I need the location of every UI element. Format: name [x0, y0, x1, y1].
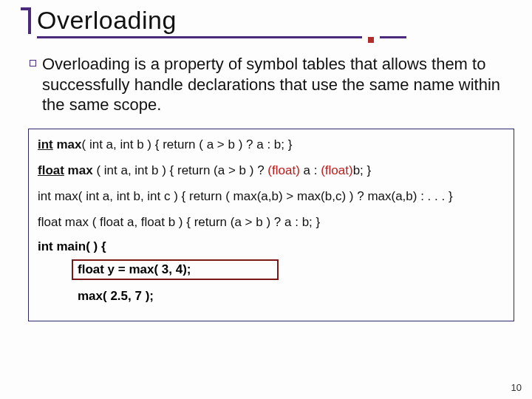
title-underline	[37, 36, 517, 39]
page-number: 10	[511, 382, 522, 393]
stmt-row-1: float y = max( 3, 4);	[78, 262, 505, 284]
title-block: Overloading	[21, 6, 517, 39]
code-fn-name: max	[64, 163, 96, 177]
code-line-2: float max ( int a, int b ) { return (a >…	[38, 163, 505, 178]
code-ret-type: float	[38, 163, 64, 177]
code-box: int max( int a, int b ) { return ( a > b…	[28, 129, 514, 321]
stmt-2: max( 2.5, 7 );	[78, 289, 154, 303]
main-body: float y = max( 3, 4); max( 2.5, 7 );	[38, 262, 505, 310]
code-ret-type: int	[38, 137, 53, 151]
code-cast: (float)	[321, 163, 352, 177]
slide-body: Overloading is a property of symbol tabl…	[21, 54, 517, 321]
code-seg: a :	[300, 163, 321, 177]
code-seg: b; }	[353, 163, 372, 177]
code-line-4: float max ( float a, float b ) { return …	[38, 214, 505, 230]
code-rest: ( int a, int b ) { return ( a > b ) ? a …	[82, 137, 293, 151]
square-bullet-icon	[30, 60, 36, 66]
stmt-1: float y = max( 3, 4);	[78, 262, 191, 276]
code-cast: (float)	[267, 163, 299, 177]
code-line-1: int max( int a, int b ) { return ( a > b…	[38, 137, 505, 152]
code-seg: ( int a, int b ) { return (a > b ) ?	[96, 163, 267, 177]
code-fn-name: max	[53, 137, 82, 151]
slide: Overloading Overloading is a property of…	[0, 0, 532, 399]
stmt-row-2: max( 2.5, 7 );	[78, 288, 505, 310]
corner-ornament-icon	[21, 7, 31, 34]
code-line-3: int max( int a, int b, int c ) { return …	[38, 188, 505, 204]
slide-title: Overloading	[37, 6, 517, 35]
main-section: int main( ) { float y = max( 3, 4); max(…	[38, 239, 505, 310]
paragraph-text: Overloading is a property of symbol tabl…	[42, 54, 517, 115]
main-header: int main( ) {	[38, 239, 505, 254]
bullet-row: Overloading is a property of symbol tabl…	[30, 54, 517, 115]
